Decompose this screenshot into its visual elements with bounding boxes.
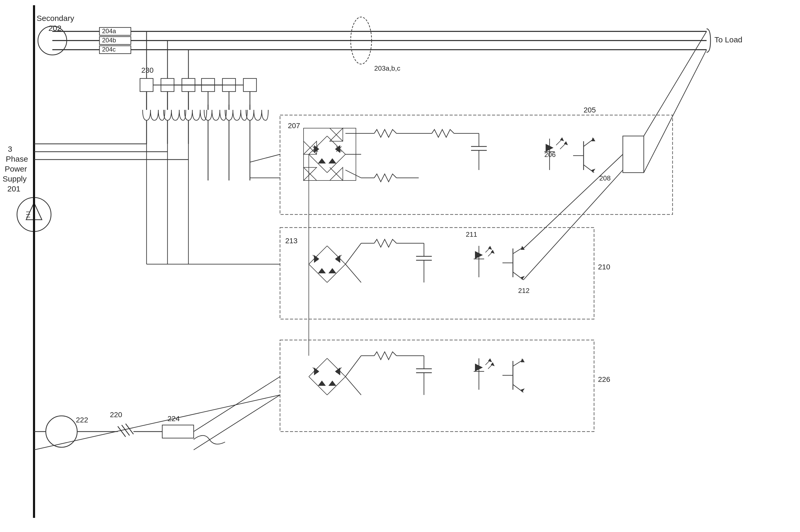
label-207: 207 bbox=[288, 121, 300, 130]
phase-label-phase: Phase bbox=[6, 155, 28, 163]
phase-label-power: Power bbox=[5, 165, 27, 173]
svg-rect-0 bbox=[0, 0, 800, 532]
phase-label-3: 3 bbox=[8, 145, 12, 153]
label-222: 222 bbox=[76, 416, 88, 424]
label-213: 213 bbox=[285, 237, 298, 245]
label-203: 203a,b,c bbox=[374, 64, 401, 72]
secondary-label: Secondary bbox=[37, 14, 74, 22]
label-220: 220 bbox=[110, 411, 122, 419]
label-204c: 204c bbox=[102, 46, 116, 53]
svg-rect-89 bbox=[623, 136, 644, 173]
label-226: 226 bbox=[598, 375, 610, 383]
label-204b: 204b bbox=[102, 37, 116, 44]
phase-label-supply: Supply bbox=[3, 174, 27, 183]
to-load-label: To Load bbox=[714, 35, 742, 44]
svg-rect-17 bbox=[140, 78, 153, 92]
label-205: 205 bbox=[583, 106, 596, 114]
label-210: 210 bbox=[598, 263, 610, 271]
svg-rect-25 bbox=[243, 78, 257, 92]
svg-rect-160 bbox=[162, 425, 194, 438]
label-204a: 204a bbox=[102, 27, 116, 35]
phase-label-num: 201 bbox=[7, 184, 20, 193]
label-230: 230 bbox=[141, 66, 154, 74]
label-211: 211 bbox=[466, 230, 477, 238]
label-212: 212 bbox=[518, 287, 529, 294]
